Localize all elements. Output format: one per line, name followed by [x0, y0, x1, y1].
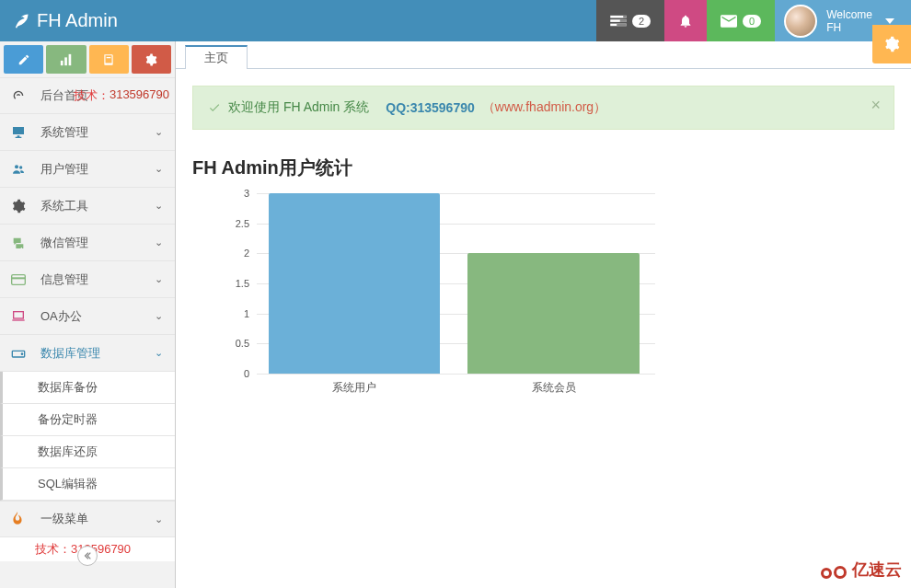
submenu-db-timer[interactable]: 备份定时器 [0, 404, 175, 436]
sidebar-item-info[interactable]: 信息管理 ⌄ [0, 261, 175, 298]
comments-icon [11, 236, 28, 250]
sidebar-item-label: 用户管理 [40, 161, 142, 178]
avatar [784, 5, 817, 38]
chevron-down-icon: ⌄ [155, 200, 164, 212]
xlabel: 系统用户 [332, 380, 376, 396]
sidebar-item-tools[interactable]: 系统工具 ⌄ [0, 188, 175, 225]
sidebar-item-label: 微信管理 [40, 235, 142, 251]
tech-badge-top: 技术：313596790 [74, 87, 169, 104]
sidebar-item-label: 数据库管理 [40, 345, 142, 362]
navbar-right: 2 0 Welcome FH [596, 0, 911, 41]
sidebar: 技术：313596790 后台首页 系统管理 ⌄ 用户管理 [0, 41, 176, 588]
user-stats-chart: 00.511.522.53 系统用户系统会员 [211, 193, 894, 396]
bell-icon [678, 14, 693, 29]
watermark-text: 亿速云 [852, 559, 902, 581]
credit-card-icon [11, 274, 28, 285]
sidebar-item-label: 系统工具 [40, 198, 142, 214]
settings-gear-button[interactable] [872, 25, 911, 63]
submenu-db-sql[interactable]: SQL编辑器 [0, 468, 175, 501]
ytick: 2 [244, 248, 249, 259]
svg-rect-4 [620, 19, 627, 22]
ytick: 0 [244, 368, 249, 379]
content: 欢迎使用 FH Admin 系统 QQ:313596790 （www.fhadm… [176, 69, 911, 396]
chevron-down-icon: ⌄ [155, 310, 164, 322]
hdd-icon [11, 347, 28, 360]
desktop-icon [11, 125, 28, 140]
chart-title: FH Admin用户统计 [192, 156, 894, 180]
submenu-database: 数据库备份 备份定时器 数据库还原 SQL编辑器 [0, 372, 175, 501]
caret-down-icon [885, 18, 894, 24]
sidebar-collapse-toggle[interactable] [77, 546, 98, 566]
welcome-line1: Welcome [826, 8, 872, 21]
svg-rect-11 [12, 274, 26, 284]
sidebar-item-label: OA办公 [40, 308, 142, 325]
cloud-icon [821, 560, 848, 579]
submenu-db-restore[interactable]: 数据库还原 [0, 436, 175, 468]
main-area: 主页 欢迎使用 FH Admin 系统 QQ:313596790 （www.fh… [176, 41, 911, 588]
sidebar-item-database[interactable]: 数据库管理 ⌄ [0, 335, 175, 372]
sidebar-item-level1[interactable]: 一级菜单 ⌄ [0, 501, 175, 537]
welcome-line2: FH [826, 21, 872, 34]
toolbar-chart-button[interactable] [46, 45, 86, 74]
nav-messages[interactable]: 0 [707, 0, 775, 41]
svg-point-10 [19, 166, 22, 168]
svg-rect-8 [69, 53, 72, 64]
chevron-down-icon: ⌄ [155, 163, 164, 175]
sidebar-item-system[interactable]: 系统管理 ⌄ [0, 114, 175, 151]
svg-rect-13 [14, 311, 24, 317]
alert-welcome-text: 欢迎使用 FH Admin 系统 [228, 99, 369, 116]
tab-home[interactable]: 主页 [185, 45, 248, 69]
tabs: 主页 [176, 41, 911, 69]
chart-yaxis: 00.511.522.53 [211, 193, 255, 374]
envelope-icon [721, 15, 737, 28]
users-icon [11, 162, 28, 177]
laptop-icon [11, 310, 28, 323]
tech-id: 313596790 [110, 87, 169, 104]
chart-xaxis: 系统用户系统会员 [257, 377, 655, 396]
svg-rect-6 [61, 60, 63, 64]
svg-rect-5 [617, 23, 627, 26]
chevron-down-icon: ⌄ [155, 126, 164, 138]
dashboard-icon [11, 88, 28, 103]
toolbar-gears-button[interactable] [132, 45, 171, 74]
nav-notifications[interactable] [664, 0, 707, 41]
svg-rect-7 [64, 57, 67, 65]
toolbar-pencil-button[interactable] [4, 45, 43, 74]
sidebar-item-wechat[interactable]: 微信管理 ⌄ [0, 225, 175, 261]
chevron-down-icon: ⌄ [155, 347, 164, 359]
sidebar-item-label: 系统管理 [40, 124, 142, 141]
sidebar-menu-2: 一级菜单 ⌄ [0, 501, 175, 537]
sidebar-item-oa[interactable]: OA办公 ⌄ [0, 298, 175, 335]
chevron-down-icon: ⌄ [155, 236, 164, 248]
welcome-text: Welcome FH [826, 8, 872, 34]
tasks-icon [610, 15, 627, 28]
sidebar-item-label: 信息管理 [40, 271, 142, 288]
sidebar-item-users[interactable]: 用户管理 ⌄ [0, 151, 175, 188]
chart-plot-area [257, 193, 655, 374]
brand[interactable]: FH Admin [0, 10, 131, 31]
alert-link[interactable]: （www.fhadmin.org） [482, 99, 606, 116]
gear-icon [11, 199, 28, 213]
chevron-down-icon: ⌄ [155, 513, 164, 525]
submenu-db-backup[interactable]: 数据库备份 [0, 372, 175, 404]
toolbar-book-button[interactable] [89, 45, 129, 74]
sidebar-toolbar [0, 41, 175, 75]
nav-tasks[interactable]: 2 [596, 0, 664, 41]
welcome-alert: 欢迎使用 FH Admin 系统 QQ:313596790 （www.fhadm… [192, 86, 894, 130]
chevron-down-icon: ⌄ [155, 273, 164, 285]
ytick: 2.5 [236, 218, 249, 229]
svg-point-15 [21, 353, 22, 354]
ytick: 0.5 [236, 338, 249, 349]
chart-bar[interactable] [269, 193, 440, 374]
ytick: 1.5 [236, 278, 249, 289]
chart-bar[interactable] [467, 253, 639, 374]
check-icon [208, 101, 221, 114]
alert-qq: QQ:313596790 [386, 100, 475, 115]
xlabel: 系统会员 [532, 380, 576, 396]
leaf-icon [13, 13, 29, 29]
alert-close-icon[interactable]: × [871, 96, 881, 115]
ytick: 3 [244, 188, 249, 199]
watermark: 亿速云 [821, 559, 902, 581]
svg-rect-3 [623, 15, 627, 17]
svg-rect-12 [12, 277, 26, 279]
